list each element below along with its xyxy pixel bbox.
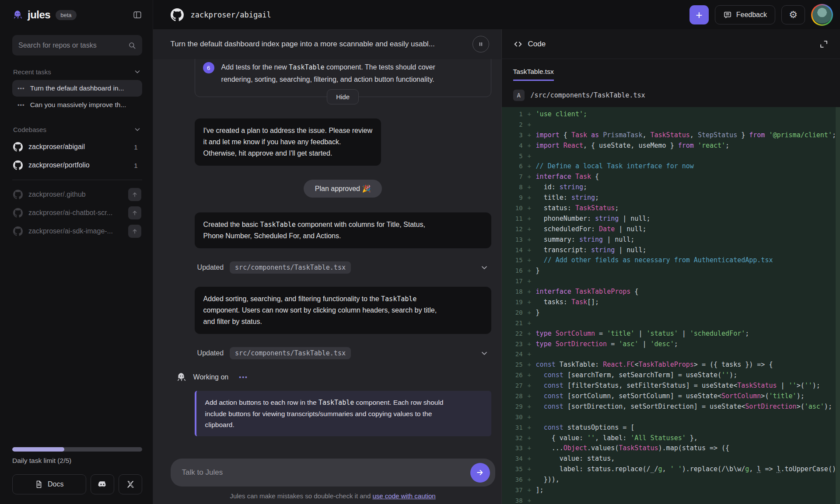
up-arrow-icon	[131, 191, 138, 198]
discord-button[interactable]	[91, 474, 114, 494]
code-line: 36+ })),	[506, 474, 840, 485]
code-line: 24+	[506, 349, 840, 359]
docs-button-label: Docs	[48, 480, 63, 488]
task-title: Turn the default dashboard index page in…	[171, 40, 435, 49]
code-line: 33+ ...Object.values(TaskStatus).map(sta…	[506, 443, 840, 454]
code-panel: Code TaskTable.tsx A /src/components/Tas…	[501, 29, 840, 504]
ellipsis-icon: •••	[18, 85, 25, 92]
code-diff-view[interactable]: 1+'use client';2+3+import { Task as Pris…	[502, 107, 840, 504]
publish-repo-button[interactable]	[128, 225, 141, 238]
app-logo-text: jules	[28, 9, 50, 21]
code-line: 38+	[506, 495, 840, 504]
up-arrow-icon	[131, 209, 138, 216]
jules-octopus-icon	[176, 372, 187, 383]
file-path-text: /src/components/TaskTable.tsx	[531, 91, 645, 99]
code-line: 35+ label: status.replace(/_/g, ' ').rep…	[506, 464, 840, 474]
codebase-item[interactable]: zackproser/ai-chatbot-scr...	[12, 204, 142, 222]
updated-file-chip[interactable]: src/components/TaskTable.tsx	[230, 261, 351, 274]
ellipsis-icon: •••	[18, 102, 25, 108]
code-line: 7+interface Task {	[506, 171, 840, 182]
codebase-item[interactable]: zackproser/portfolio1	[12, 156, 142, 174]
recent-task-item[interactable]: •••Turn the default dashboard in...	[12, 80, 142, 97]
code-line: 25+const TaskTable: React.FC<TaskTablePr…	[506, 359, 840, 370]
pause-task-button[interactable]	[472, 36, 489, 52]
chevron-down-icon[interactable]	[480, 349, 489, 358]
content-panes: Turn the default dashboard index page in…	[153, 29, 840, 504]
send-arrow-icon	[476, 468, 484, 477]
search-input[interactable]	[18, 42, 128, 49]
updated-label: Updated	[197, 349, 224, 357]
publish-repo-button[interactable]	[128, 206, 141, 219]
spacer	[195, 198, 491, 212]
codebase-item[interactable]: zackproser/ai-sdk-image-...	[12, 222, 142, 240]
github-icon	[171, 8, 184, 21]
spacer	[195, 104, 491, 118]
x-logo-icon	[126, 480, 135, 489]
codebases-secondary-list: zackproser/.githubzackproser/ai-chatbot-…	[12, 185, 142, 240]
plan-approved-pill[interactable]: Plan approved 🎉	[304, 180, 382, 198]
code-line: 20+}	[506, 307, 840, 318]
hide-plan-button[interactable]: Hide	[327, 89, 359, 104]
code-line: 30+	[506, 412, 840, 422]
code-line: 6+// Define a local Task interface for n…	[506, 161, 840, 171]
plan-step-item: 6 Add tests for the new TaskTable compon…	[203, 61, 489, 85]
user-avatar[interactable]	[811, 4, 833, 26]
feedback-button[interactable]: Feedback	[715, 5, 775, 24]
updated-file-chip[interactable]: src/components/TaskTable.tsx	[230, 347, 351, 359]
chat-input-area: Jules can make mistakes so double-check …	[153, 456, 501, 504]
up-arrow-icon	[131, 228, 138, 235]
document-icon	[35, 480, 43, 489]
recent-task-item[interactable]: •••Can you massively improve th...	[12, 97, 142, 113]
x-twitter-button[interactable]	[119, 474, 142, 494]
message-text: clipboard.	[205, 421, 234, 428]
discord-icon	[98, 480, 107, 489]
jules-octopus-logo-icon	[12, 9, 24, 21]
codebases-header[interactable]: Codebases	[13, 125, 141, 133]
sidebar-collapse-icon[interactable]	[133, 10, 142, 20]
chevron-down-icon	[133, 125, 141, 133]
spacer	[195, 248, 491, 261]
recent-tasks-label: Recent tasks	[13, 68, 51, 76]
send-button[interactable]	[470, 463, 490, 483]
use-code-with-caution-link[interactable]: use code with caution	[372, 492, 435, 500]
codebase-item[interactable]: zackproser/abigail1	[12, 138, 142, 156]
message-text: Phone Number, Scheduled For, and Actions…	[203, 232, 341, 240]
code-line: 18+interface TaskTableProps {	[506, 286, 840, 297]
code-line: 2+	[506, 119, 840, 130]
current-repo-title: zackproser/abigail	[171, 8, 271, 21]
file-update-row[interactable]: Updated src/components/TaskTable.tsx	[195, 261, 491, 274]
task-limit-progressbar	[12, 447, 142, 452]
chat-message-stream[interactable]: 6 Add tests for the new TaskTable compon…	[153, 59, 501, 456]
spacer	[195, 274, 491, 287]
code-line: 1+'use client';	[506, 109, 840, 119]
code-brackets-icon	[513, 39, 523, 49]
settings-button[interactable]: ⚙	[781, 5, 805, 24]
agent-message-added-sorting: Added sorting, searching, and filtering …	[195, 287, 491, 334]
expand-fullscreen-icon[interactable]	[819, 39, 829, 49]
top-header-bar: zackproser/abigail + Feedback ⚙	[153, 0, 840, 29]
code-line: 13+ summary: string | null;	[506, 234, 840, 245]
feedback-chat-icon	[723, 10, 732, 19]
publish-repo-button[interactable]	[128, 188, 141, 201]
codebase-name: zackproser/ai-sdk-image-...	[28, 227, 113, 235]
chevron-down-icon[interactable]	[480, 263, 489, 272]
message-text: Created the basic	[203, 221, 260, 228]
docs-button[interactable]: Docs	[12, 474, 86, 494]
recent-task-label: Turn the default dashboard in...	[30, 84, 124, 92]
new-task-button[interactable]: +	[690, 5, 709, 24]
spacer	[195, 166, 491, 180]
agent-message-created-component: Created the basic TaskTable component wi…	[195, 212, 491, 248]
recent-tasks-header[interactable]: Recent tasks	[13, 68, 141, 76]
tab-tasktable-tsx[interactable]: TaskTable.tsx	[513, 68, 554, 81]
message-text: component with columns for Title, Status…	[296, 221, 425, 228]
gear-icon: ⚙	[789, 9, 798, 21]
codebase-task-count: 1	[134, 143, 141, 151]
message-text: include buttons for viewing transcripts/…	[205, 410, 432, 417]
app-root: jules beta Recent tasks •••Turn the defa…	[0, 0, 840, 504]
codebase-item[interactable]: zackproser/.github	[12, 185, 142, 204]
file-update-row[interactable]: Updated src/components/TaskTable.tsx	[195, 347, 491, 359]
message-text: component. The tests should cover	[325, 63, 435, 71]
code-line: 5+	[506, 151, 840, 161]
code-scrollbar[interactable]	[836, 107, 840, 504]
chat-input[interactable]	[182, 468, 470, 477]
